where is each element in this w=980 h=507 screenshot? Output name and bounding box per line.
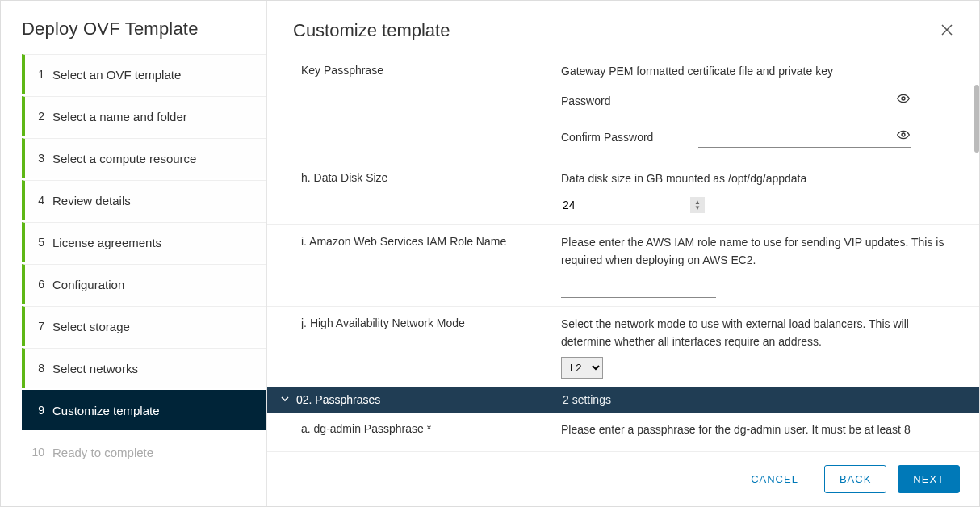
step-label: Select storage bbox=[52, 320, 130, 333]
step-label: Ready to complete bbox=[52, 446, 153, 459]
page-title: Customize template bbox=[293, 20, 450, 41]
wizard-step-8[interactable]: 8Select networks bbox=[22, 348, 266, 388]
desc-dg-admin: Please enter a passphrase for the dg-adm… bbox=[561, 421, 953, 438]
main-header: Customize template bbox=[267, 1, 979, 54]
wizard-step-5[interactable]: 5License agreements bbox=[22, 222, 266, 262]
svg-point-0 bbox=[902, 97, 905, 100]
step-number: 7 bbox=[25, 320, 52, 333]
step-number: 8 bbox=[25, 362, 52, 375]
wizard-step-3[interactable]: 3Select a compute resource bbox=[22, 138, 266, 178]
deploy-ovf-dialog: Deploy OVF Template 1Select an OVF templ… bbox=[0, 0, 980, 507]
step-label: License agreements bbox=[52, 236, 161, 249]
wizard-step-10: 10Ready to complete bbox=[22, 432, 266, 472]
field-key-passphrase: Key Passphrase Gateway PEM formatted cer… bbox=[267, 54, 979, 161]
svg-point-1 bbox=[902, 133, 905, 136]
wizard-step-7[interactable]: 7Select storage bbox=[22, 306, 266, 346]
label-ha-mode: j. High Availability Network Mode bbox=[301, 316, 465, 329]
step-number: 1 bbox=[25, 68, 52, 81]
back-button[interactable]: BACK bbox=[824, 465, 886, 493]
section-label: 02. Passphrases bbox=[296, 393, 563, 406]
iam-role-input[interactable] bbox=[561, 276, 716, 298]
wizard-step-1[interactable]: 1Select an OVF template bbox=[22, 54, 266, 94]
quantity-stepper[interactable]: ▲▼ bbox=[690, 197, 705, 213]
step-number: 5 bbox=[25, 236, 52, 249]
step-label: Customize template bbox=[52, 404, 160, 417]
label-data-disk: h. Data Disk Size bbox=[301, 171, 387, 184]
step-label: Select a name and folder bbox=[52, 110, 187, 124]
step-number: 3 bbox=[25, 152, 52, 165]
step-label: Select an OVF template bbox=[52, 68, 181, 82]
chevron-down-icon bbox=[280, 393, 290, 406]
desc-iam-role: Please enter the AWS IAM role name to us… bbox=[561, 233, 953, 270]
section-count: 2 settings bbox=[563, 393, 611, 406]
step-label: Select a compute resource bbox=[52, 152, 196, 166]
field-iam-role: i. Amazon Web Services IAM Role Name Ple… bbox=[267, 225, 979, 307]
close-icon[interactable] bbox=[936, 19, 958, 43]
wizard-steps: 1Select an OVF template2Select a name an… bbox=[1, 54, 266, 474]
step-label: Review details bbox=[52, 194, 131, 207]
sidebar-title: Deploy OVF Template bbox=[1, 19, 266, 54]
desc-key-passphrase: Gateway PEM formatted certificate file a… bbox=[561, 62, 953, 80]
step-label: Select networks bbox=[52, 362, 138, 375]
step-number: 10 bbox=[25, 446, 52, 459]
wizard-step-4[interactable]: 4Review details bbox=[22, 180, 266, 220]
scrollbar-thumb[interactable] bbox=[974, 85, 979, 153]
wizard-step-9[interactable]: 9Customize template bbox=[22, 390, 266, 430]
eye-icon[interactable] bbox=[897, 92, 910, 107]
desc-data-disk: Data disk size in GB mounted as /opt/dg/… bbox=[561, 170, 953, 187]
step-number: 9 bbox=[25, 404, 52, 417]
field-ha-mode: j. High Availability Network Mode Select… bbox=[267, 307, 979, 388]
eye-icon[interactable] bbox=[897, 128, 910, 144]
desc-ha-mode: Select the network mode to use with exte… bbox=[561, 315, 953, 351]
label-confirm-password: Confirm Password bbox=[561, 131, 682, 144]
label-iam-role: i. Amazon Web Services IAM Role Name bbox=[301, 235, 506, 248]
wizard-sidebar: Deploy OVF Template 1Select an OVF templ… bbox=[1, 1, 267, 506]
confirm-password-input[interactable] bbox=[698, 126, 911, 148]
step-number: 2 bbox=[25, 110, 52, 123]
ha-mode-select[interactable]: L2 bbox=[561, 357, 603, 379]
field-data-disk-size: h. Data Disk Size Data disk size in GB m… bbox=[267, 161, 979, 224]
section-passphrases[interactable]: 02. Passphrases 2 settings bbox=[267, 387, 979, 413]
form-body: Key Passphrase Gateway PEM formatted cer… bbox=[267, 54, 979, 451]
wizard-step-6[interactable]: 6Configuration bbox=[22, 264, 266, 304]
cancel-button[interactable]: CANCEL bbox=[736, 466, 813, 492]
wizard-step-2[interactable]: 2Select a name and folder bbox=[22, 96, 266, 136]
label-key-passphrase: Key Passphrase bbox=[301, 64, 383, 77]
wizard-footer: CANCEL BACK NEXT bbox=[267, 451, 979, 506]
field-dg-admin: a. dg-admin Passphrase * Please enter a … bbox=[267, 413, 979, 446]
password-input[interactable] bbox=[698, 90, 911, 111]
label-password: Password bbox=[561, 94, 682, 107]
step-number: 6 bbox=[25, 278, 52, 291]
label-dg-admin: a. dg-admin Passphrase * bbox=[301, 422, 431, 435]
wizard-main: Customize template Key Passphrase Gatewa… bbox=[267, 1, 979, 506]
data-disk-input[interactable] bbox=[561, 195, 690, 216]
next-button[interactable]: NEXT bbox=[898, 465, 960, 493]
step-label: Configuration bbox=[52, 278, 124, 291]
step-number: 4 bbox=[25, 194, 52, 207]
